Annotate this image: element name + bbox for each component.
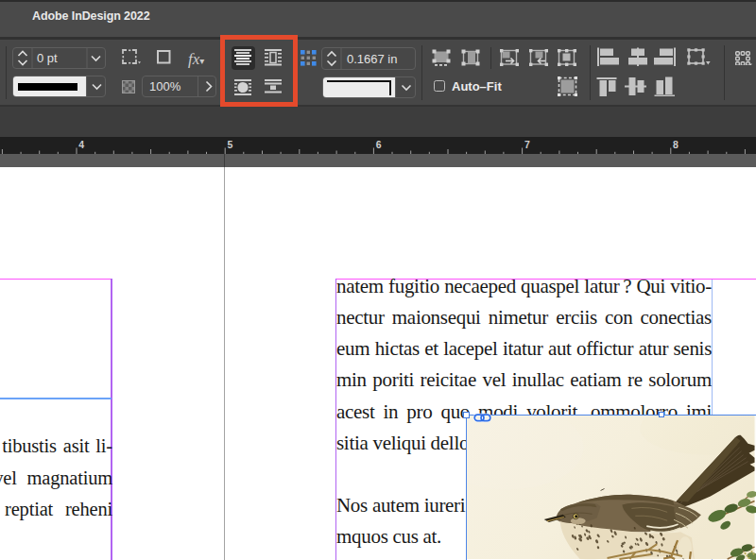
svg-text:6: 6 <box>376 139 382 150</box>
svg-text:5: 5 <box>228 139 233 150</box>
svg-text:8: 8 <box>673 139 679 150</box>
svg-text:4: 4 <box>78 139 84 150</box>
svg-text:7: 7 <box>524 139 530 150</box>
